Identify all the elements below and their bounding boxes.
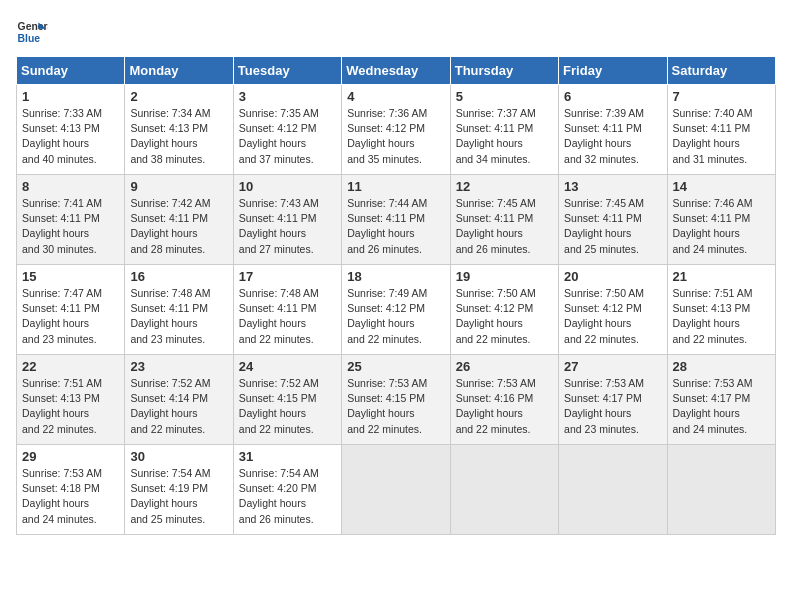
calendar-cell: 24 Sunrise: 7:52 AMSunset: 4:15 PMDaylig… xyxy=(233,355,341,445)
calendar-cell: 31 Sunrise: 7:54 AMSunset: 4:20 PMDaylig… xyxy=(233,445,341,535)
day-info: Sunrise: 7:45 AMSunset: 4:11 PMDaylight … xyxy=(456,196,553,257)
day-info: Sunrise: 7:39 AMSunset: 4:11 PMDaylight … xyxy=(564,106,661,167)
day-info: Sunrise: 7:35 AMSunset: 4:12 PMDaylight … xyxy=(239,106,336,167)
day-info: Sunrise: 7:54 AMSunset: 4:19 PMDaylight … xyxy=(130,466,227,527)
day-info: Sunrise: 7:47 AMSunset: 4:11 PMDaylight … xyxy=(22,286,119,347)
day-number: 19 xyxy=(456,269,553,284)
calendar-cell: 6 Sunrise: 7:39 AMSunset: 4:11 PMDayligh… xyxy=(559,85,667,175)
calendar-cell: 15 Sunrise: 7:47 AMSunset: 4:11 PMDaylig… xyxy=(17,265,125,355)
day-number: 15 xyxy=(22,269,119,284)
day-info: Sunrise: 7:50 AMSunset: 4:12 PMDaylight … xyxy=(456,286,553,347)
calendar-cell: 21 Sunrise: 7:51 AMSunset: 4:13 PMDaylig… xyxy=(667,265,775,355)
calendar-cell xyxy=(342,445,450,535)
day-info: Sunrise: 7:51 AMSunset: 4:13 PMDaylight … xyxy=(673,286,770,347)
calendar-cell: 22 Sunrise: 7:51 AMSunset: 4:13 PMDaylig… xyxy=(17,355,125,445)
day-number: 27 xyxy=(564,359,661,374)
day-info: Sunrise: 7:44 AMSunset: 4:11 PMDaylight … xyxy=(347,196,444,257)
day-number: 28 xyxy=(673,359,770,374)
day-number: 11 xyxy=(347,179,444,194)
calendar-cell: 9 Sunrise: 7:42 AMSunset: 4:11 PMDayligh… xyxy=(125,175,233,265)
day-info: Sunrise: 7:53 AMSunset: 4:16 PMDaylight … xyxy=(456,376,553,437)
page-header: General Blue xyxy=(16,16,776,48)
calendar-cell: 25 Sunrise: 7:53 AMSunset: 4:15 PMDaylig… xyxy=(342,355,450,445)
day-number: 4 xyxy=(347,89,444,104)
calendar-week-5: 29 Sunrise: 7:53 AMSunset: 4:18 PMDaylig… xyxy=(17,445,776,535)
col-header-saturday: Saturday xyxy=(667,57,775,85)
calendar-cell: 5 Sunrise: 7:37 AMSunset: 4:11 PMDayligh… xyxy=(450,85,558,175)
day-number: 20 xyxy=(564,269,661,284)
day-info: Sunrise: 7:43 AMSunset: 4:11 PMDaylight … xyxy=(239,196,336,257)
calendar-cell xyxy=(667,445,775,535)
day-number: 23 xyxy=(130,359,227,374)
day-number: 14 xyxy=(673,179,770,194)
day-number: 9 xyxy=(130,179,227,194)
day-info: Sunrise: 7:33 AMSunset: 4:13 PMDaylight … xyxy=(22,106,119,167)
calendar-cell: 3 Sunrise: 7:35 AMSunset: 4:12 PMDayligh… xyxy=(233,85,341,175)
day-number: 31 xyxy=(239,449,336,464)
day-number: 12 xyxy=(456,179,553,194)
col-header-wednesday: Wednesday xyxy=(342,57,450,85)
calendar-cell: 19 Sunrise: 7:50 AMSunset: 4:12 PMDaylig… xyxy=(450,265,558,355)
calendar-cell: 28 Sunrise: 7:53 AMSunset: 4:17 PMDaylig… xyxy=(667,355,775,445)
calendar-cell: 13 Sunrise: 7:45 AMSunset: 4:11 PMDaylig… xyxy=(559,175,667,265)
calendar-week-1: 1 Sunrise: 7:33 AMSunset: 4:13 PMDayligh… xyxy=(17,85,776,175)
calendar-cell xyxy=(450,445,558,535)
logo: General Blue xyxy=(16,16,48,48)
day-info: Sunrise: 7:45 AMSunset: 4:11 PMDaylight … xyxy=(564,196,661,257)
calendar-cell: 18 Sunrise: 7:49 AMSunset: 4:12 PMDaylig… xyxy=(342,265,450,355)
day-number: 7 xyxy=(673,89,770,104)
calendar-cell: 20 Sunrise: 7:50 AMSunset: 4:12 PMDaylig… xyxy=(559,265,667,355)
calendar-table: SundayMondayTuesdayWednesdayThursdayFrid… xyxy=(16,56,776,535)
day-info: Sunrise: 7:53 AMSunset: 4:15 PMDaylight … xyxy=(347,376,444,437)
calendar-cell: 12 Sunrise: 7:45 AMSunset: 4:11 PMDaylig… xyxy=(450,175,558,265)
day-number: 5 xyxy=(456,89,553,104)
calendar-week-2: 8 Sunrise: 7:41 AMSunset: 4:11 PMDayligh… xyxy=(17,175,776,265)
calendar-cell: 1 Sunrise: 7:33 AMSunset: 4:13 PMDayligh… xyxy=(17,85,125,175)
day-number: 26 xyxy=(456,359,553,374)
day-number: 3 xyxy=(239,89,336,104)
day-number: 1 xyxy=(22,89,119,104)
day-number: 16 xyxy=(130,269,227,284)
day-info: Sunrise: 7:37 AMSunset: 4:11 PMDaylight … xyxy=(456,106,553,167)
col-header-friday: Friday xyxy=(559,57,667,85)
calendar-cell: 8 Sunrise: 7:41 AMSunset: 4:11 PMDayligh… xyxy=(17,175,125,265)
day-info: Sunrise: 7:40 AMSunset: 4:11 PMDaylight … xyxy=(673,106,770,167)
calendar-cell: 17 Sunrise: 7:48 AMSunset: 4:11 PMDaylig… xyxy=(233,265,341,355)
calendar-cell: 16 Sunrise: 7:48 AMSunset: 4:11 PMDaylig… xyxy=(125,265,233,355)
col-header-sunday: Sunday xyxy=(17,57,125,85)
col-header-monday: Monday xyxy=(125,57,233,85)
day-info: Sunrise: 7:53 AMSunset: 4:17 PMDaylight … xyxy=(673,376,770,437)
calendar-cell: 29 Sunrise: 7:53 AMSunset: 4:18 PMDaylig… xyxy=(17,445,125,535)
calendar-cell: 4 Sunrise: 7:36 AMSunset: 4:12 PMDayligh… xyxy=(342,85,450,175)
day-info: Sunrise: 7:51 AMSunset: 4:13 PMDaylight … xyxy=(22,376,119,437)
logo-icon: General Blue xyxy=(16,16,48,48)
day-number: 29 xyxy=(22,449,119,464)
day-number: 30 xyxy=(130,449,227,464)
day-number: 25 xyxy=(347,359,444,374)
col-header-tuesday: Tuesday xyxy=(233,57,341,85)
calendar-cell: 14 Sunrise: 7:46 AMSunset: 4:11 PMDaylig… xyxy=(667,175,775,265)
day-info: Sunrise: 7:53 AMSunset: 4:17 PMDaylight … xyxy=(564,376,661,437)
day-info: Sunrise: 7:48 AMSunset: 4:11 PMDaylight … xyxy=(130,286,227,347)
calendar-cell: 27 Sunrise: 7:53 AMSunset: 4:17 PMDaylig… xyxy=(559,355,667,445)
day-info: Sunrise: 7:49 AMSunset: 4:12 PMDaylight … xyxy=(347,286,444,347)
day-number: 22 xyxy=(22,359,119,374)
day-number: 6 xyxy=(564,89,661,104)
day-info: Sunrise: 7:48 AMSunset: 4:11 PMDaylight … xyxy=(239,286,336,347)
calendar-cell: 2 Sunrise: 7:34 AMSunset: 4:13 PMDayligh… xyxy=(125,85,233,175)
calendar-week-3: 15 Sunrise: 7:47 AMSunset: 4:11 PMDaylig… xyxy=(17,265,776,355)
day-number: 18 xyxy=(347,269,444,284)
day-info: Sunrise: 7:54 AMSunset: 4:20 PMDaylight … xyxy=(239,466,336,527)
day-number: 13 xyxy=(564,179,661,194)
calendar-cell xyxy=(559,445,667,535)
day-info: Sunrise: 7:34 AMSunset: 4:13 PMDaylight … xyxy=(130,106,227,167)
calendar-cell: 7 Sunrise: 7:40 AMSunset: 4:11 PMDayligh… xyxy=(667,85,775,175)
day-number: 8 xyxy=(22,179,119,194)
day-number: 21 xyxy=(673,269,770,284)
day-number: 24 xyxy=(239,359,336,374)
day-info: Sunrise: 7:42 AMSunset: 4:11 PMDaylight … xyxy=(130,196,227,257)
day-info: Sunrise: 7:41 AMSunset: 4:11 PMDaylight … xyxy=(22,196,119,257)
day-number: 17 xyxy=(239,269,336,284)
svg-text:Blue: Blue xyxy=(18,33,41,44)
calendar-cell: 26 Sunrise: 7:53 AMSunset: 4:16 PMDaylig… xyxy=(450,355,558,445)
